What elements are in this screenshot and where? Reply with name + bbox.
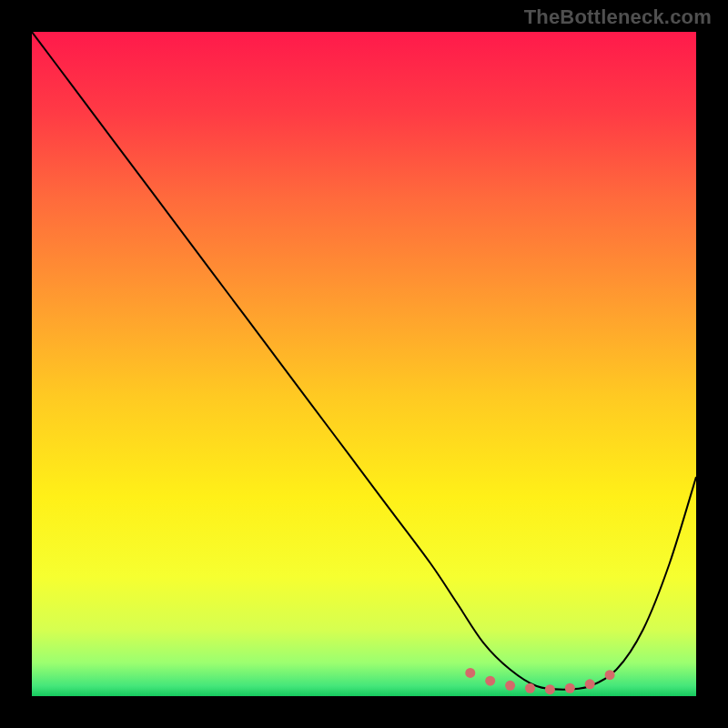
highlight-marker [465, 668, 475, 678]
marker-layer [32, 32, 696, 696]
highlight-marker [565, 683, 575, 693]
chart-stage: TheBottleneck.com [0, 0, 728, 728]
plot-area [32, 32, 696, 696]
highlight-marker [545, 684, 555, 694]
highlight-marker [485, 676, 495, 686]
highlight-marker [525, 683, 535, 693]
highlight-marker [605, 670, 615, 680]
highlight-marker [585, 679, 595, 689]
watermark-text: TheBottleneck.com [524, 5, 712, 29]
highlight-marker [505, 681, 515, 691]
